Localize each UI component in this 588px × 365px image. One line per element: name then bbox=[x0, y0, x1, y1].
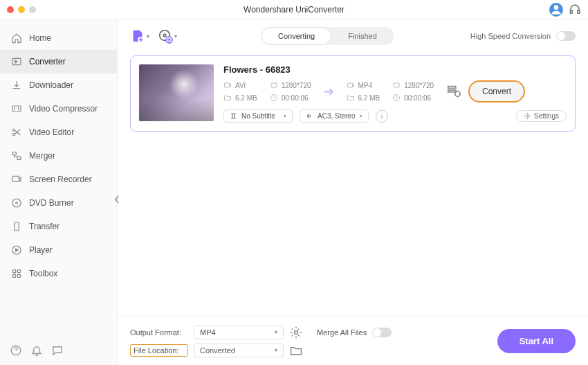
sidebar-item-player[interactable]: Player bbox=[0, 238, 117, 262]
subtitle-dropdown[interactable]: No Subtitle ▾ bbox=[223, 109, 293, 123]
sidebar-item-label: Video Editor bbox=[29, 127, 74, 137]
svg-rect-7 bbox=[12, 152, 16, 155]
convert-button[interactable]: Convert bbox=[468, 80, 525, 103]
sidebar-item-converter[interactable]: Converter bbox=[0, 50, 117, 73]
file-card[interactable]: Flowers - 66823 AVI 6.2 MB 1280*720 00:0… bbox=[130, 55, 576, 132]
sidebar-collapse-button[interactable] bbox=[113, 193, 121, 206]
file-list: Flowers - 66823 AVI 6.2 MB 1280*720 00:0… bbox=[118, 53, 588, 317]
disc-plus-icon bbox=[158, 26, 173, 46]
hsc-toggle[interactable] bbox=[556, 31, 576, 41]
svg-rect-9 bbox=[12, 176, 19, 181]
sidebar-item-recorder[interactable]: Screen Recorder bbox=[0, 168, 117, 191]
sidebar-item-home[interactable]: Home bbox=[0, 26, 117, 50]
chat-icon bbox=[51, 344, 64, 357]
file-location-dropdown[interactable]: Converted ▾ bbox=[194, 344, 284, 357]
high-speed-conversion-group: High Speed Conversion bbox=[470, 31, 576, 41]
sidebar-item-editor[interactable]: Video Editor bbox=[0, 121, 117, 144]
add-file-icon bbox=[130, 26, 145, 46]
chevron-down-icon: ▾ bbox=[284, 114, 286, 119]
sidebar-item-label: Transfer bbox=[29, 222, 59, 231]
svg-rect-25 bbox=[347, 83, 352, 87]
support-button[interactable] bbox=[569, 3, 581, 16]
arrow-right-icon: ➔ bbox=[324, 84, 334, 99]
tab-finished[interactable]: Finished bbox=[331, 27, 394, 45]
audio-icon bbox=[306, 112, 313, 120]
sidebar-item-label: Downloader bbox=[29, 80, 73, 90]
audio-dropdown[interactable]: AC3, Stereo ▾ bbox=[300, 109, 369, 123]
scissors-icon bbox=[11, 127, 22, 138]
sidebar-item-transfer[interactable]: Transfer bbox=[0, 215, 117, 238]
file-location-value: Converted bbox=[200, 346, 235, 355]
notifications-button[interactable] bbox=[30, 344, 43, 357]
converter-icon bbox=[11, 56, 22, 67]
svg-rect-2 bbox=[578, 10, 580, 13]
tab-converting[interactable]: Converting bbox=[261, 27, 331, 45]
add-file-button[interactable]: ▾ bbox=[130, 26, 149, 46]
folder-icon bbox=[347, 94, 355, 102]
settings-button[interactable]: Settings bbox=[516, 110, 567, 122]
svg-point-32 bbox=[295, 330, 298, 334]
svg-rect-26 bbox=[394, 83, 399, 87]
toolbar: ▾ ▾ Converting Finished High Speed Conve… bbox=[118, 19, 588, 53]
sidebar-item-dvd[interactable]: DVD Burner bbox=[0, 191, 117, 215]
recorder-icon bbox=[11, 174, 22, 185]
content-area: ▾ ▾ Converting Finished High Speed Conve… bbox=[118, 19, 588, 365]
video-icon bbox=[223, 81, 232, 89]
svg-rect-28 bbox=[448, 87, 456, 89]
list-gear-icon bbox=[446, 84, 461, 99]
home-icon bbox=[11, 33, 22, 44]
sidebar-item-toolbox[interactable]: Toolbox bbox=[0, 262, 117, 285]
video-thumbnail[interactable] bbox=[139, 64, 214, 121]
folder-icon bbox=[223, 94, 232, 102]
sidebar-item-label: DVD Burner bbox=[29, 198, 74, 208]
svg-point-30 bbox=[455, 91, 460, 96]
chevron-left-icon bbox=[113, 193, 121, 206]
output-format-dropdown[interactable]: MP4 ▾ bbox=[194, 326, 284, 339]
help-icon bbox=[10, 344, 22, 357]
video-icon bbox=[347, 81, 355, 89]
sidebar-item-compressor[interactable]: Video Compressor bbox=[0, 97, 117, 121]
svg-rect-4 bbox=[12, 106, 21, 112]
sidebar-item-downloader[interactable]: Downloader bbox=[0, 73, 117, 97]
sidebar-item-label: Screen Recorder bbox=[29, 175, 92, 184]
target-format: MP4 bbox=[358, 82, 373, 89]
feedback-button[interactable] bbox=[51, 344, 64, 357]
target-size: 6.2 MB bbox=[358, 94, 380, 102]
svg-point-11 bbox=[16, 202, 18, 204]
clock-icon bbox=[392, 94, 401, 102]
maximize-window-button[interactable] bbox=[29, 6, 36, 13]
info-button[interactable]: i bbox=[376, 110, 388, 123]
person-icon bbox=[549, 3, 563, 17]
resolution-icon bbox=[270, 81, 278, 89]
merge-toggle[interactable] bbox=[372, 328, 392, 337]
folder-icon bbox=[289, 344, 303, 357]
add-disc-button[interactable]: ▾ bbox=[158, 26, 177, 46]
clock-icon bbox=[270, 94, 278, 102]
toolbox-icon bbox=[11, 268, 22, 279]
help-button[interactable] bbox=[10, 344, 22, 357]
app-title: Wondershare UniConverter bbox=[244, 5, 344, 15]
file-options-button[interactable] bbox=[446, 84, 461, 99]
sidebar: Home Converter Downloader Video Compress… bbox=[0, 19, 118, 365]
bottom-icon-bar bbox=[10, 344, 64, 357]
status-tabs: Converting Finished bbox=[261, 27, 394, 45]
chevron-down-icon: ▾ bbox=[275, 347, 277, 353]
target-resolution: 1280*720 bbox=[404, 82, 434, 89]
start-all-button[interactable]: Start All bbox=[497, 329, 576, 353]
minimize-window-button[interactable] bbox=[18, 6, 25, 13]
sidebar-item-merger[interactable]: Merger bbox=[0, 144, 117, 168]
user-avatar[interactable] bbox=[549, 3, 563, 17]
gear-icon bbox=[289, 326, 303, 339]
svg-point-10 bbox=[12, 199, 21, 207]
open-folder-button[interactable] bbox=[289, 344, 303, 357]
sidebar-item-label: Home bbox=[29, 33, 51, 43]
source-duration: 00:00:06 bbox=[282, 94, 309, 102]
svg-rect-15 bbox=[17, 270, 20, 273]
output-settings-button[interactable] bbox=[289, 326, 303, 339]
file-info: Flowers - 66823 AVI 6.2 MB 1280*720 00:0… bbox=[223, 64, 567, 123]
target-duration: 00:00:06 bbox=[404, 94, 431, 102]
close-window-button[interactable] bbox=[7, 6, 14, 13]
source-size: 6.2 MB bbox=[235, 94, 257, 102]
source-format: AVI bbox=[235, 82, 246, 89]
download-icon bbox=[11, 80, 22, 91]
